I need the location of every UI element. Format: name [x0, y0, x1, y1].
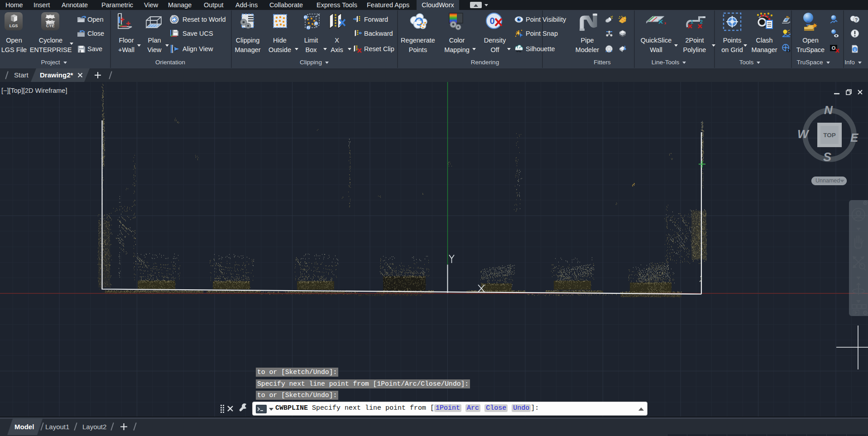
svg-text:3: 3 — [305, 15, 307, 19]
svg-text:O: O — [832, 45, 836, 51]
svg-text:x: x — [664, 21, 666, 25]
svg-text:z: z — [119, 13, 121, 17]
svg-text:?: ? — [855, 17, 858, 23]
svg-text:2: 2 — [307, 26, 310, 30]
svg-text:LGS: LGS — [10, 24, 18, 28]
svg-text:0: 0 — [489, 16, 494, 26]
svg-text:1: 1 — [315, 22, 317, 26]
svg-text:2: 2 — [700, 19, 703, 24]
svg-text:1: 1 — [691, 19, 693, 24]
svg-text:TOP: TOP — [823, 132, 836, 139]
svg-text:CYE: CYE — [46, 24, 55, 28]
